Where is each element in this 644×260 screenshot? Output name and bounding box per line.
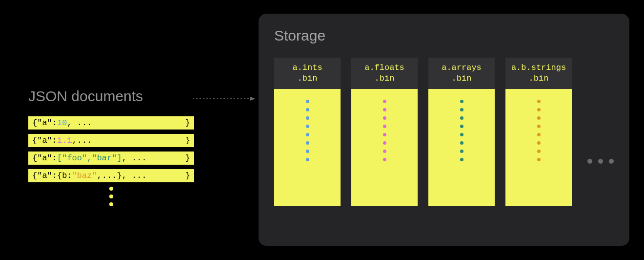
columns-ellipsis-icon — [587, 159, 614, 164]
data-dot-icon — [537, 108, 541, 111]
data-dot-icon — [537, 125, 541, 128]
data-dot-icon — [383, 141, 386, 145]
arrow-icon — [193, 96, 256, 97]
data-dot-icon — [383, 116, 386, 120]
storage-column: a.arrays .bin — [428, 58, 495, 206]
storage-column-header: a.floats .bin — [351, 58, 418, 89]
storage-panel: Storage a.ints .bina.floats .bina.arrays… — [259, 14, 629, 246]
data-dot-icon — [460, 125, 463, 128]
data-dot-icon — [383, 125, 386, 128]
json-row: {"a":{b:"baz",...}, ...} — [28, 169, 194, 182]
storage-column: a.ints .bin — [274, 58, 341, 206]
storage-columns-row: a.ints .bina.floats .bina.arrays .bina.b… — [274, 58, 614, 206]
dot-icon — [109, 202, 113, 206]
data-dot-icon — [460, 150, 463, 153]
storage-column-body — [505, 89, 572, 206]
storage-column-body — [428, 89, 495, 206]
data-dot-icon — [537, 141, 541, 145]
storage-column: a.floats .bin — [351, 58, 418, 206]
dot-icon — [109, 195, 113, 198]
data-dot-icon — [306, 150, 309, 153]
data-dot-icon — [306, 108, 309, 111]
data-dot-icon — [383, 150, 386, 153]
data-dot-icon — [537, 150, 541, 153]
data-dot-icon — [460, 116, 463, 120]
storage-title: Storage — [274, 27, 614, 44]
data-dot-icon — [383, 108, 386, 111]
data-dot-icon — [460, 158, 463, 161]
json-row: {"a":["foo","bar"], ...} — [28, 152, 194, 165]
data-dot-icon — [306, 133, 309, 136]
data-dot-icon — [383, 158, 386, 161]
data-dot-icon — [460, 141, 463, 145]
dot-icon — [598, 159, 603, 164]
data-dot-icon — [306, 141, 309, 145]
data-dot-icon — [537, 158, 541, 161]
storage-column-body — [274, 89, 341, 206]
dot-icon — [587, 159, 592, 164]
storage-column-header: a.b.strings .bin — [505, 58, 572, 89]
svg-marker-1 — [250, 97, 255, 101]
data-dot-icon — [306, 125, 309, 128]
data-dot-icon — [537, 100, 541, 103]
json-documents-title: JSON documents — [28, 88, 194, 105]
data-dot-icon — [460, 133, 463, 136]
data-dot-icon — [537, 133, 541, 136]
storage-column-header: a.ints .bin — [274, 58, 341, 89]
data-dot-icon — [306, 100, 309, 103]
data-dot-icon — [460, 108, 463, 111]
json-rows-ellipsis — [28, 187, 194, 206]
storage-column: a.b.strings .bin — [505, 58, 572, 206]
data-dot-icon — [383, 133, 386, 136]
data-dot-icon — [383, 100, 386, 103]
storage-column-body — [351, 89, 418, 206]
json-row: {"a":1.1,...} — [28, 134, 194, 147]
data-dot-icon — [537, 116, 541, 120]
json-rows-list: {"a":10, ...}{"a":1.1,...}{"a":["foo","b… — [28, 116, 194, 182]
dot-icon — [609, 159, 614, 164]
json-row: {"a":10, ...} — [28, 116, 194, 130]
data-dot-icon — [306, 158, 309, 161]
json-documents-section: JSON documents {"a":10, ...}{"a":1.1,...… — [28, 88, 194, 210]
dot-icon — [109, 187, 113, 191]
data-dot-icon — [460, 100, 463, 103]
data-dot-icon — [306, 116, 309, 120]
storage-column-header: a.arrays .bin — [428, 58, 495, 89]
